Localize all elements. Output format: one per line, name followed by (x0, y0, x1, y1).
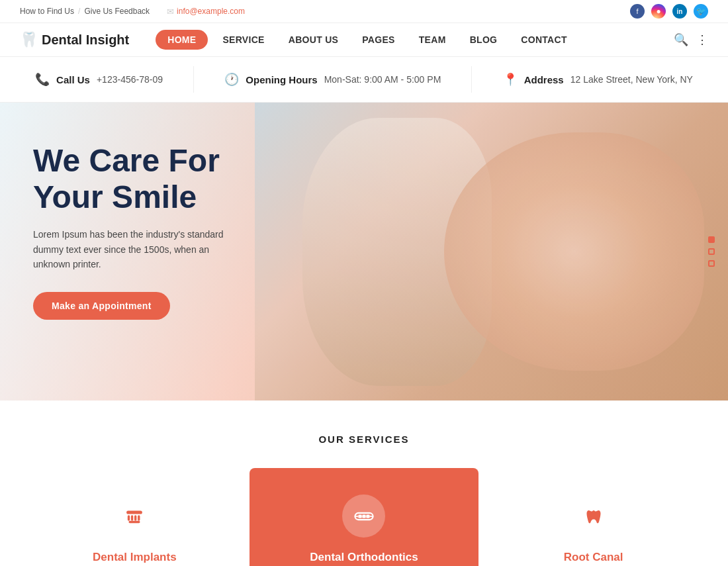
info-divider-1 (193, 66, 194, 93)
hero-image (255, 103, 728, 401)
services-section: OUR SERVICES Dental Implants Lorem ipsum… (0, 401, 728, 566)
svg-rect-1 (128, 515, 130, 521)
phone-icon: 📞 (35, 72, 50, 87)
nav-item-about[interactable]: ABOUT US (279, 30, 348, 50)
address-label: Address (524, 74, 564, 85)
implants-icon (113, 495, 156, 538)
nav-item-home[interactable]: HOME (156, 30, 208, 50)
nav-item-pages[interactable]: PAGES (353, 30, 404, 50)
info-divider-2 (471, 66, 472, 93)
slider-dot-1[interactable] (708, 236, 715, 243)
nav-item-contact[interactable]: CONTACT (512, 30, 576, 50)
svg-rect-7 (358, 514, 361, 518)
email-block: ✉ info@example.com (167, 7, 245, 17)
phone-number: +123-456-78-09 (97, 74, 163, 85)
logo[interactable]: 🦷 Dental Insight (20, 31, 129, 48)
svg-rect-3 (134, 515, 136, 521)
separator: / (78, 7, 80, 16)
top-bar-left: How to Find Us / Give Us Feedback ✉ info… (20, 7, 245, 17)
rootcanal-name: Root Canal (564, 551, 623, 564)
service-card-orthodontics: Dental Orthodontics Lorem ipsum dolor si… (250, 468, 479, 566)
email-icon: ✉ (167, 7, 174, 17)
logo-tooth-icon: 🦷 (20, 31, 38, 48)
orthodontics-name: Dental Orthodontics (310, 551, 418, 564)
svg-rect-4 (138, 515, 140, 521)
address-value: 12 Lake Street, New York, NY (570, 74, 693, 85)
phone-label: Call Us (56, 74, 90, 85)
appointment-button[interactable]: Make an Appointment (33, 292, 170, 320)
svg-rect-9 (366, 514, 369, 518)
slider-dot-2[interactable] (708, 248, 715, 255)
implants-name: Dental Implants (93, 551, 177, 564)
hero-section: We Care For Your Smile Lorem Ipsum has b… (0, 103, 728, 401)
menu-dots-icon[interactable]: ⋮ (696, 32, 708, 47)
twitter-icon[interactable]: 🐦 (694, 4, 708, 19)
hours-label: Opening Hours (246, 74, 317, 85)
hero-subtitle: Lorem Ipsum has been the industry's stan… (33, 227, 245, 271)
nav-links: HOME SERVICE ABOUT US PAGES TEAM BLOG CO… (156, 30, 654, 50)
hero-content: We Care For Your Smile Lorem Ipsum has b… (0, 103, 318, 359)
email-link[interactable]: info@example.com (177, 7, 245, 16)
rootcanal-icon (572, 495, 615, 538)
hours-value: Mon-Sat: 9:00 AM - 5:00 PM (324, 74, 441, 85)
nav-actions: 🔍 ⋮ (674, 32, 708, 47)
svg-rect-5 (129, 520, 140, 522)
svg-rect-0 (126, 510, 142, 514)
linkedin-icon[interactable]: in (672, 4, 687, 19)
hero-title: We Care For Your Smile (33, 142, 285, 215)
clock-icon: 🕐 (224, 72, 239, 87)
service-card-rootcanal: Root Canal Lorem ipsum dolor sit amet co… (478, 468, 708, 566)
facebook-icon[interactable]: f (630, 4, 645, 19)
svg-rect-2 (131, 515, 133, 521)
svg-rect-8 (362, 514, 365, 518)
address-info: 📍 Address 12 Lake Street, New York, NY (503, 72, 693, 87)
search-icon[interactable]: 🔍 (674, 32, 688, 47)
how-to-find-link[interactable]: How to Find Us (20, 7, 74, 16)
navbar: 🦷 Dental Insight HOME SERVICE ABOUT US P… (0, 23, 728, 57)
nav-item-service[interactable]: SERVICE (213, 30, 273, 50)
logo-text: Dental Insight (42, 32, 129, 48)
give-feedback-link[interactable]: Give Us Feedback (84, 7, 150, 16)
hours-info: 🕐 Opening Hours Mon-Sat: 9:00 AM - 5:00 … (224, 72, 441, 87)
phone-info: 📞 Call Us +123-456-78-09 (35, 72, 163, 87)
services-grid: Dental Implants Lorem ipsum dolor sit am… (20, 468, 708, 566)
nav-item-blog[interactable]: BLOG (461, 30, 507, 50)
location-icon: 📍 (503, 72, 518, 87)
top-bar-social: f ● in 🐦 (630, 4, 708, 19)
service-card-implants: Dental Implants Lorem ipsum dolor sit am… (20, 468, 250, 566)
info-bar: 📞 Call Us +123-456-78-09 🕐 Opening Hours… (0, 57, 728, 103)
orthodontics-icon (342, 495, 385, 538)
services-title: OUR SERVICES (20, 434, 708, 445)
slider-dots (708, 236, 715, 267)
top-bar: How to Find Us / Give Us Feedback ✉ info… (0, 0, 728, 23)
instagram-icon[interactable]: ● (651, 4, 666, 19)
slider-dot-3[interactable] (708, 260, 715, 267)
nav-item-team[interactable]: TEAM (410, 30, 455, 50)
